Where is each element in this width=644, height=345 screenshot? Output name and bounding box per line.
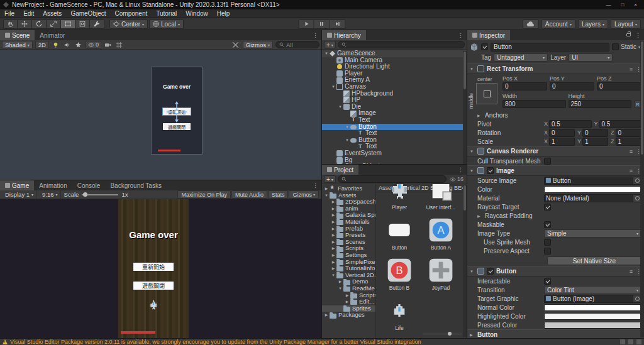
tab-inspector[interactable]: Inspector [467,30,510,40]
tree-item-assets[interactable]: ▼Assets [322,192,375,199]
tab-animation[interactable]: Animation [34,180,72,190]
tool-handle-icon[interactable] [231,41,240,49]
maskable-checkbox[interactable] [544,221,551,228]
foldout-icon[interactable]: ▼ [470,150,475,153]
anchors-foldout[interactable]: ▶ Anchors [467,111,644,119]
cloud-services-button[interactable] [523,19,539,29]
tree-item-favorites[interactable]: ▶Favorites [322,185,375,192]
hierarchy-scrollbar[interactable] [463,51,467,164]
panel-menu-icon[interactable]: ⋮ [455,30,467,40]
tree-item-2dspaceshi[interactable]: ▶2DSpaceshi... [322,199,375,205]
custom-tool[interactable] [90,19,104,29]
hidden-packages-counter[interactable]: 16 [448,176,465,182]
preserve-aspect-checkbox[interactable] [544,248,551,255]
foldout-icon[interactable]: ▼ [470,169,475,173]
tree-item-sprites[interactable]: Sprites [322,305,375,312]
rect-transform-header[interactable]: ▼ Rect Transform ≡⋮ [467,63,644,74]
rotation-x-field[interactable]: 0 [549,129,575,137]
tab-animator[interactable]: Animator [35,30,70,40]
interactable-checkbox[interactable] [544,278,551,285]
transition-dropdown[interactable]: Color Tint▾ [544,286,641,294]
triangle-right-icon[interactable]: ▶ [344,298,350,305]
console-icon[interactable] [628,339,633,344]
activity-indicator-icon[interactable] [620,339,625,344]
inspector-scrollbar[interactable] [640,41,644,337]
tag-dropdown[interactable]: Untagged▾ [494,53,548,62]
gameobject-name-field[interactable]: Button [491,43,609,52]
tree-item-text[interactable]: Text [322,117,467,124]
maximize-icon[interactable]: □ [621,2,624,8]
tree-item-galaxia-spr[interactable]: ▶Galaxia Spr... [322,212,375,219]
pivot-mode-button[interactable]: Center▾ [109,19,148,29]
tree-item-die[interactable]: ▼Die [322,104,467,111]
tab-scene[interactable]: Scene [0,30,35,40]
tree-item-main-camera[interactable]: Main Camera [322,57,467,64]
tree-item-canvas[interactable]: ▼Canvas [322,84,467,90]
raycast-target-checkbox[interactable] [544,204,551,211]
canvas-renderer-header[interactable]: ▼ Canvas Renderer ≡⋮ [467,146,644,156]
triangle-right-icon[interactable]: ▶ [330,259,336,266]
asset-button-a[interactable]: AButton A [422,216,460,251]
pos-x-field[interactable]: 0 [502,82,547,90]
tree-item-prefab[interactable]: ▶Prefab [322,226,375,233]
create-asset-button[interactable]: +▾ [324,175,336,183]
scene-audio-icon[interactable] [63,41,72,49]
cull-transparent-mesh-checkbox[interactable] [544,158,551,165]
close-button-preview[interactable]: 遊戲關閉 [162,123,191,131]
menu-edit[interactable]: Edit [19,10,38,17]
source-image-field[interactable]: Button [544,177,641,185]
foldout-icon[interactable]: ▼ [470,270,475,273]
triangle-down-icon[interactable]: ▼ [337,285,343,292]
minimize-icon[interactable]: — [606,2,611,8]
component-enabled-checkbox[interactable] [487,268,494,275]
presets-icon[interactable]: ≡ [630,66,633,72]
tree-item-button[interactable]: ▼Button [322,124,467,131]
game-viewport[interactable]: Game over 重新開始 遊戲關閉 [0,199,321,338]
anchor-presets-button[interactable] [476,83,497,104]
foldout-icon[interactable]: ▶ [477,113,482,118]
rotation-y-field[interactable]: 0 [582,129,608,137]
scale-z-field[interactable]: 1 [616,138,642,146]
thumbnail-zoom-slider[interactable] [423,331,462,336]
triangle-right-icon[interactable]: ▶ [330,265,336,272]
layers-dropdown[interactable]: Layers▾ [578,19,608,29]
tree-item-player[interactable]: Player [322,70,467,77]
tree-item-hp[interactable]: HP [322,97,467,104]
tree-item-demo[interactable]: ▶Demo [322,278,375,285]
triangle-down-icon[interactable]: ▼ [330,272,336,279]
tree-item-anim[interactable]: ▶anim [322,205,375,212]
tree-item-edit[interactable]: ▶Edit... [322,298,375,305]
tree-item-gamescence[interactable]: ▼GameScence [322,50,467,57]
tree-item-packages[interactable]: ▶Packages [322,312,375,319]
scene-search-field[interactable]: All [275,41,319,48]
scale-x-field[interactable]: 1 [549,138,575,146]
menu-tutorial[interactable]: Tutorial [152,10,181,17]
scale-slider[interactable] [82,192,118,198]
tree-item-tutorialinfo[interactable]: ▶TutorialInfo [322,265,375,272]
aspect-ratio-dropdown[interactable]: 9:16▾ [40,190,61,199]
step-button[interactable] [330,19,346,29]
foldout-icon[interactable]: ▼ [470,67,475,71]
gizmos-dropdown[interactable]: Gizmos▾ [289,190,319,199]
asset-button-b[interactable]: BButton B [380,256,418,291]
tab-background-tasks[interactable]: Background Tasks [105,180,167,190]
tree-item-eventsystem[interactable]: EventSystem [322,150,467,157]
tab-game[interactable]: Game [0,180,34,190]
effects-dropdown-icon[interactable] [74,41,83,49]
panel-menu-icon[interactable]: ⋮ [455,165,467,175]
normal-color-swatch[interactable] [544,304,641,311]
tree-item-presets[interactable]: ▶Presets [322,232,375,239]
component-enabled-checkbox[interactable] [487,167,494,174]
transform-tool[interactable] [75,19,90,29]
shading-mode-dropdown[interactable]: Shaded▾ [2,41,33,49]
2d-toggle[interactable]: 2D [35,41,49,49]
move-tool[interactable] [18,19,32,29]
asset-life[interactable]: Life [380,297,418,331]
menu-window[interactable]: Window [181,10,213,17]
scene-visibility-toggle[interactable]: 0 [86,41,101,49]
triangle-right-icon[interactable]: ▶ [330,232,336,239]
asset-player[interactable]: Player [380,184,418,211]
pivot-x-field[interactable]: 0.5 [549,120,591,128]
triangle-right-icon[interactable]: ▶ [330,226,336,233]
triangle-down-icon[interactable]: ▼ [344,137,350,144]
